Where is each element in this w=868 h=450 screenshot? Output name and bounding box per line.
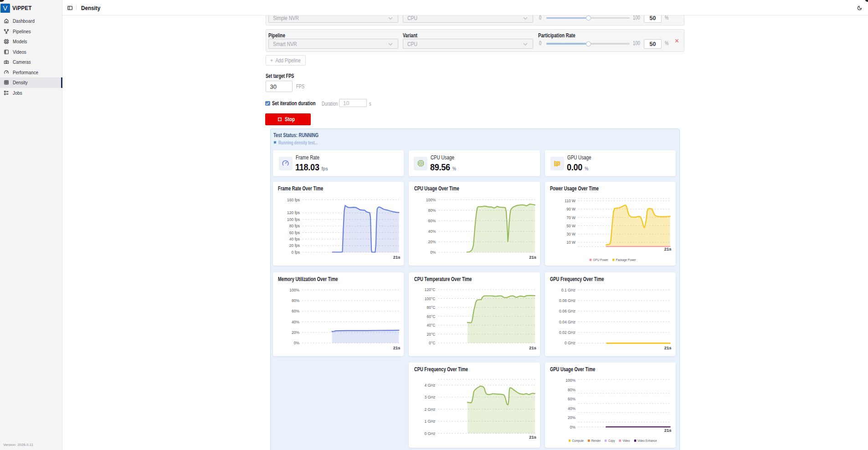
svg-text:20 fps: 20 fps xyxy=(289,243,299,248)
svg-text:20°C: 20°C xyxy=(427,332,436,336)
svg-text:10 W: 10 W xyxy=(566,240,575,245)
svg-text:160 fps: 160 fps xyxy=(287,197,300,202)
svg-text:2 GHz: 2 GHz xyxy=(424,407,435,412)
svg-text:21s: 21s xyxy=(393,345,400,350)
svg-text:0°C: 0°C xyxy=(429,341,435,345)
svg-text:0.02 GHz: 0.02 GHz xyxy=(559,330,575,334)
svg-text:100%: 100% xyxy=(289,287,299,292)
svg-text:20%: 20% xyxy=(428,240,436,244)
svg-text:20%: 20% xyxy=(567,415,575,420)
svg-text:0%: 0% xyxy=(293,341,299,345)
svg-text:100%: 100% xyxy=(565,378,575,383)
svg-text:100%: 100% xyxy=(426,197,436,202)
svg-text:3 GHz: 3 GHz xyxy=(424,395,435,399)
svg-text:80%: 80% xyxy=(291,298,299,302)
svg-text:4 GHz: 4 GHz xyxy=(424,383,435,388)
svg-text:0%: 0% xyxy=(570,425,575,430)
svg-text:100°C: 100°C xyxy=(425,296,436,301)
svg-text:50 W: 50 W xyxy=(566,223,575,228)
svg-text:80%: 80% xyxy=(428,208,436,212)
svg-text:0 fps: 0 fps xyxy=(291,250,299,254)
svg-text:20%: 20% xyxy=(291,330,299,334)
svg-text:110 W: 110 W xyxy=(565,199,575,203)
svg-text:21s: 21s xyxy=(664,428,671,433)
svg-text:21s: 21s xyxy=(664,345,671,350)
svg-text:100 fps: 100 fps xyxy=(287,217,300,221)
svg-text:80°C: 80°C xyxy=(427,305,436,310)
svg-text:70 W: 70 W xyxy=(566,215,575,220)
svg-text:21s: 21s xyxy=(393,255,400,260)
svg-text:30 W: 30 W xyxy=(566,232,575,236)
svg-text:90 W: 90 W xyxy=(566,207,575,211)
svg-text:40%: 40% xyxy=(567,406,575,411)
svg-text:80 fps: 80 fps xyxy=(289,224,299,228)
svg-text:80%: 80% xyxy=(567,388,575,392)
svg-text:60%: 60% xyxy=(428,218,436,223)
svg-text:0.06 GHz: 0.06 GHz xyxy=(559,309,575,313)
svg-text:0.04 GHz: 0.04 GHz xyxy=(559,319,575,324)
svg-text:60 fps: 60 fps xyxy=(289,230,299,235)
svg-text:60°C: 60°C xyxy=(427,314,436,318)
svg-text:40°C: 40°C xyxy=(427,323,436,327)
svg-text:120 fps: 120 fps xyxy=(287,210,300,215)
svg-text:120°C: 120°C xyxy=(425,287,436,292)
svg-text:0 GHz: 0 GHz xyxy=(564,341,575,345)
svg-text:0 GHz: 0 GHz xyxy=(424,431,435,436)
svg-text:21s: 21s xyxy=(664,246,671,251)
svg-text:60%: 60% xyxy=(291,309,299,313)
svg-text:21s: 21s xyxy=(529,435,536,440)
svg-text:40%: 40% xyxy=(291,319,299,324)
svg-text:21s: 21s xyxy=(529,255,536,260)
svg-text:0%: 0% xyxy=(430,250,436,255)
svg-text:40 fps: 40 fps xyxy=(289,237,299,241)
svg-text:1 GHz: 1 GHz xyxy=(424,419,435,424)
svg-text:40%: 40% xyxy=(428,229,436,233)
svg-text:0.08 GHz: 0.08 GHz xyxy=(559,298,575,302)
svg-text:60%: 60% xyxy=(567,397,575,401)
svg-text:21s: 21s xyxy=(529,345,536,350)
svg-text:0.1 GHz: 0.1 GHz xyxy=(561,287,575,292)
